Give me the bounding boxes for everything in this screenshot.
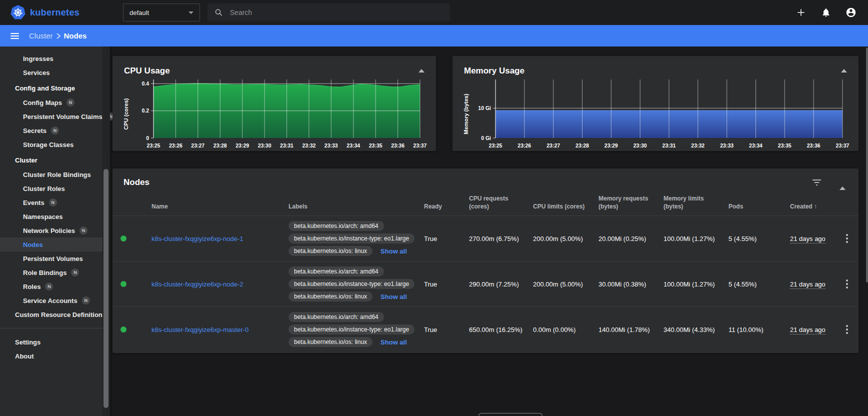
- namespace-select[interactable]: default: [123, 4, 200, 22]
- breadcrumb: Cluster Nodes: [29, 32, 86, 40]
- svg-text:23:32: 23:32: [691, 142, 704, 148]
- column-header-cpu-requests-cores-[interactable]: CPU requests (cores): [469, 194, 533, 210]
- show-all-link[interactable]: Show all: [380, 338, 407, 346]
- node-name-link[interactable]: k8s-cluster-fxqgiyize6xp-master-0: [152, 326, 248, 334]
- sidebar-item-events[interactable]: EventsN: [0, 196, 110, 210]
- search-input[interactable]: [230, 8, 443, 16]
- sidebar-item-nodes[interactable]: Nodes: [0, 238, 110, 252]
- column-header-created[interactable]: Created ↑: [790, 202, 835, 210]
- create-plus-button[interactable]: [795, 6, 807, 18]
- show-all-link[interactable]: Show all: [380, 293, 407, 300]
- new-badge: N: [51, 126, 59, 134]
- sidebar-item-services[interactable]: Services: [0, 66, 110, 80]
- svg-text:23:25: 23:25: [489, 142, 502, 148]
- sidebar-item-settings[interactable]: Settings: [0, 335, 110, 349]
- sidebar-item-label: Nodes: [23, 241, 43, 248]
- column-header-ready[interactable]: Ready: [424, 202, 469, 210]
- sidebar-item-role-bindings[interactable]: Role BindingsN: [0, 266, 110, 280]
- node-name-link[interactable]: k8s-cluster-fxqgiyize6xp-node-1: [152, 235, 244, 242]
- memory-limits-cell: 100.00Mi (1.27%): [664, 235, 728, 242]
- sidebar-item-label: Events: [23, 199, 44, 206]
- column-header-cpu-limits-cores-[interactable]: CPU limits (cores): [533, 202, 598, 210]
- sidebar-item-config-maps[interactable]: Config MapsN: [0, 96, 110, 110]
- svg-text:23:28: 23:28: [576, 142, 589, 148]
- row-actions-kebab-menu[interactable]: [844, 232, 850, 245]
- topbar-actions: [795, 6, 868, 18]
- row-actions-kebab-menu[interactable]: [844, 278, 850, 290]
- cpu-limits-cell: 200.00m (5.00%): [533, 280, 598, 288]
- sidebar-item-cluster-role-bindings[interactable]: Cluster Role Bindings: [0, 168, 110, 182]
- svg-text:23:26: 23:26: [169, 142, 182, 148]
- nodes-table-title: Nodes: [124, 178, 150, 188]
- nodes-table-card: Nodes NameLabelsReadyCPU requests (cores…: [112, 168, 858, 353]
- sidebar-item-label: About: [15, 352, 34, 360]
- kubernetes-logo-icon: [10, 5, 26, 20]
- sidebar-item-roles[interactable]: RolesN: [0, 280, 110, 294]
- svg-text:23:28: 23:28: [214, 142, 227, 148]
- partial-dialog-edge: [478, 413, 542, 416]
- breadcrumb-parent[interactable]: Cluster: [29, 32, 53, 40]
- labels-cell: beta.kubernetes.io/arch: amd64beta.kuber…: [288, 262, 424, 306]
- sidebar-item-list: IngressesServicesConfig and StorageConfi…: [0, 52, 110, 363]
- label-chip: beta.kubernetes.io/arch: amd64: [288, 221, 384, 231]
- sidebar-item-label: Persistent Volumes: [23, 255, 83, 262]
- window-scrollbar-thumb[interactable]: [866, 48, 868, 282]
- menu-hamburger-icon[interactable]: [10, 33, 19, 39]
- ready-cell: True: [424, 235, 469, 242]
- table-row: k8s-cluster-fxqgiyize6xp-master-0beta.ku…: [112, 307, 858, 352]
- cpu-requests-cell: 290.00m (7.25%): [469, 280, 533, 288]
- memory-limits-cell: 340.00Mi (4.33%): [664, 326, 728, 334]
- cpu-y-axis-label: CPU (cores): [120, 75, 132, 153]
- cpu-usage-card: CPU Usage CPU (cores) 23:2523:2623:2723:…: [112, 56, 436, 151]
- sidebar-item-custom-resource-definitions[interactable]: Custom Resource Definitions: [0, 308, 110, 322]
- sidebar-item-label: Storage Classes: [23, 141, 74, 148]
- top-app-bar: kubernetes default: [0, 0, 868, 25]
- search-bar[interactable]: [208, 4, 450, 22]
- svg-text:23:34: 23:34: [346, 142, 360, 148]
- svg-text:23:29: 23:29: [604, 142, 618, 148]
- column-header-name[interactable]: Name: [152, 202, 288, 210]
- sidebar-item-about[interactable]: About: [0, 349, 110, 363]
- svg-text:23:33: 23:33: [720, 142, 734, 148]
- filter-icon[interactable]: [812, 179, 822, 186]
- row-actions-kebab-menu[interactable]: [844, 323, 850, 336]
- sidebar-item-service-accounts[interactable]: Service AccountsN: [0, 294, 110, 308]
- created-cell: 21 days ago: [790, 280, 835, 288]
- table-body: k8s-cluster-fxqgiyize6xp-node-1beta.kube…: [112, 216, 858, 352]
- cpu-card-collapse-button[interactable]: [418, 68, 425, 73]
- show-all-link[interactable]: Show all: [380, 248, 407, 255]
- sidebar-item-namespaces[interactable]: Namespaces: [0, 210, 110, 224]
- column-header-memory-requests-bytes-[interactable]: Memory requests (bytes): [598, 194, 664, 210]
- new-badge: N: [49, 198, 57, 206]
- svg-text:0: 0: [146, 135, 149, 141]
- sidebar-item-cluster-roles[interactable]: Cluster Roles: [0, 182, 110, 196]
- new-badge: N: [45, 282, 53, 290]
- column-header-pods[interactable]: Pods: [728, 202, 790, 210]
- svg-text:23:32: 23:32: [302, 142, 316, 148]
- nodes-card-collapse-button[interactable]: [840, 178, 846, 187]
- sidebar-item-persistent-volume-claims[interactable]: Persistent Volume ClaimsN: [0, 110, 110, 124]
- new-badge: N: [66, 98, 74, 106]
- node-name-link[interactable]: k8s-cluster-fxqgiyize6xp-node-2: [152, 280, 244, 288]
- cpu-limits-cell: 200.00m (5.00%): [533, 235, 598, 242]
- sidebar-item-ingresses[interactable]: Ingresses: [0, 52, 110, 66]
- sidebar-item-secrets[interactable]: SecretsN: [0, 124, 110, 138]
- sidebar-item-persistent-volumes[interactable]: Persistent Volumes: [0, 252, 110, 266]
- column-header-labels[interactable]: Labels: [288, 202, 424, 210]
- notifications-bell-button[interactable]: [820, 6, 832, 18]
- label-chip: beta.kubernetes.io/instance-type: eo1.la…: [288, 234, 414, 244]
- breadcrumb-current: Nodes: [64, 32, 87, 40]
- sidebar-item-network-policies[interactable]: Network PoliciesN: [0, 224, 110, 238]
- label-chip: beta.kubernetes.io/instance-type: eo1.la…: [288, 324, 414, 334]
- status-ok-icon: [120, 326, 126, 332]
- svg-text:23:30: 23:30: [634, 142, 647, 148]
- column-header-memory-limits-bytes-[interactable]: Memory limits (bytes): [664, 194, 728, 210]
- sidebar-scrollbar[interactable]: [102, 46, 110, 416]
- sidebar-item-storage-classes[interactable]: Storage Classes: [0, 138, 110, 152]
- svg-text:23:25: 23:25: [147, 142, 160, 148]
- brand[interactable]: kubernetes: [0, 5, 123, 20]
- memory-card-collapse-button[interactable]: [840, 68, 848, 73]
- created-cell: 21 days ago: [790, 326, 835, 334]
- sidebar-scrollbar-thumb[interactable]: [104, 169, 108, 408]
- account-avatar-button[interactable]: [845, 6, 857, 18]
